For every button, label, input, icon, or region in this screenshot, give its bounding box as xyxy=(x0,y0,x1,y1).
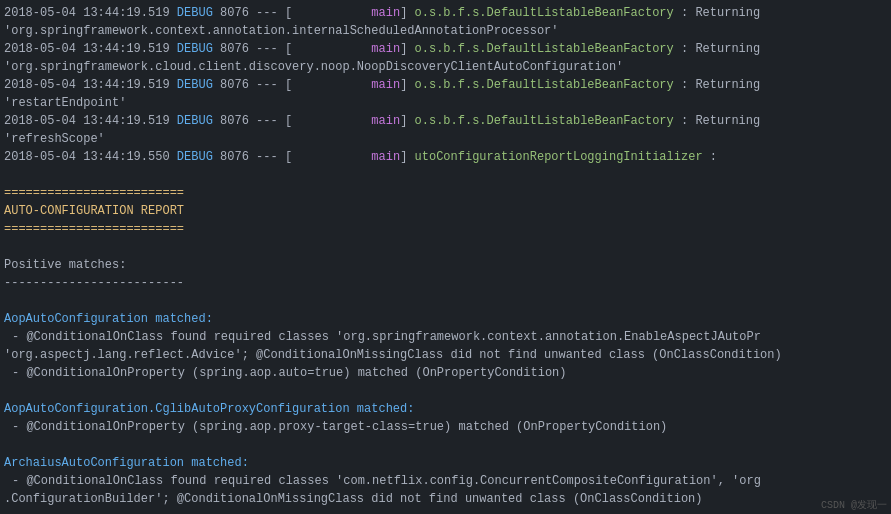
level-1: DEBUG xyxy=(177,4,213,22)
timestamp-2: 2018-05-04 13:44:19.519 xyxy=(4,40,170,58)
timestamp-1: 2018-05-04 13:44:19.519 xyxy=(4,4,170,22)
terminal: 2018-05-04 13:44:19.519 DEBUG 8076 --- [… xyxy=(0,0,891,514)
message-1: Returning xyxy=(695,4,760,22)
positive-matches-label: Positive matches: xyxy=(0,256,891,274)
empty-line-2 xyxy=(0,238,891,256)
sep-2: --- xyxy=(256,40,278,58)
config-aop: AopAutoConfiguration matched: xyxy=(0,310,891,328)
log-line-3: 2018-05-04 13:44:19.519 DEBUG 8076 --- [… xyxy=(0,76,891,94)
empty-line-3 xyxy=(0,292,891,310)
logger-5: utoConfigurationReportLoggingInitializer xyxy=(415,148,703,166)
config-cglib: AopAutoConfiguration.CglibAutoProxyConfi… xyxy=(0,400,891,418)
config-cglib-cond-1: - @ConditionalOnProperty (spring.aop.pro… xyxy=(0,418,891,436)
message-2: Returning xyxy=(695,40,760,58)
continuation-1: 'org.springframework.context.annotation.… xyxy=(0,22,891,40)
empty-line-5 xyxy=(0,436,891,454)
colon-4: : xyxy=(681,112,688,130)
config-aop-cond-3: - @ConditionalOnProperty (spring.aop.aut… xyxy=(0,364,891,382)
sep-5: --- xyxy=(256,148,278,166)
logger-3: o.s.b.f.s.DefaultListableBeanFactory xyxy=(415,76,674,94)
log-line-1: 2018-05-04 13:44:19.519 DEBUG 8076 --- [… xyxy=(0,4,891,22)
empty-line-4 xyxy=(0,382,891,400)
level-3: DEBUG xyxy=(177,76,213,94)
pid-5: 8076 xyxy=(220,148,249,166)
colon-3: : xyxy=(681,76,688,94)
pid-2: 8076 xyxy=(220,40,249,58)
logger-2: o.s.b.f.s.DefaultListableBeanFactory xyxy=(415,40,674,58)
thread-1: main xyxy=(371,4,400,22)
colon-5: : xyxy=(710,148,717,166)
continuation-4: 'refreshScope' xyxy=(0,130,891,148)
sep-4: --- xyxy=(256,112,278,130)
thread-4: main xyxy=(371,112,400,130)
watermark: CSDN @发现一 xyxy=(821,498,887,512)
level-5: DEBUG xyxy=(177,148,213,166)
continuation-2: 'org.springframework.cloud.client.discov… xyxy=(0,58,891,76)
message-3: Returning xyxy=(695,76,760,94)
section-title: AUTO-CONFIGURATION REPORT xyxy=(0,202,891,220)
continuation-3: 'restartEndpoint' xyxy=(0,94,891,112)
logger-4: o.s.b.f.s.DefaultListableBeanFactory xyxy=(415,112,674,130)
config-archaius-cond-2: .ConfigurationBuilder'; @ConditionalOnMi… xyxy=(0,490,891,508)
message-4: Returning xyxy=(695,112,760,130)
dashes-line: ------------------------- xyxy=(0,274,891,292)
section-sep-top: ========================= xyxy=(0,184,891,202)
level-2: DEBUG xyxy=(177,40,213,58)
colon-2: : xyxy=(681,40,688,58)
logger-1: o.s.b.f.s.DefaultListableBeanFactory xyxy=(415,4,674,22)
pid-4: 8076 xyxy=(220,112,249,130)
level-4: DEBUG xyxy=(177,112,213,130)
config-aop-cond-1: - @ConditionalOnClass found required cla… xyxy=(0,328,891,346)
log-line-2: 2018-05-04 13:44:19.519 DEBUG 8076 --- [… xyxy=(0,40,891,58)
section-sep-bottom: ========================= xyxy=(0,220,891,238)
config-archaius-cond-1: - @ConditionalOnClass found required cla… xyxy=(0,472,891,490)
config-archaius: ArchaiusAutoConfiguration matched: xyxy=(0,454,891,472)
thread-2: main xyxy=(371,40,400,58)
pid-1: 8076 xyxy=(220,4,249,22)
config-aop-cond-2: 'org.aspectj.lang.reflect.Advice'; @Cond… xyxy=(0,346,891,364)
pid-3: 8076 xyxy=(220,76,249,94)
colon-1: : xyxy=(681,4,688,22)
timestamp-5: 2018-05-04 13:44:19.550 xyxy=(4,148,170,166)
thread-3: main xyxy=(371,76,400,94)
sep-3: --- xyxy=(256,76,278,94)
sep-1: --- xyxy=(256,4,278,22)
timestamp-3: 2018-05-04 13:44:19.519 xyxy=(4,76,170,94)
empty-line-1 xyxy=(0,166,891,184)
timestamp-4: 2018-05-04 13:44:19.519 xyxy=(4,112,170,130)
log-line-4: 2018-05-04 13:44:19.519 DEBUG 8076 --- [… xyxy=(0,112,891,130)
thread-5: main xyxy=(371,148,400,166)
log-line-5: 2018-05-04 13:44:19.550 DEBUG 8076 --- [… xyxy=(0,148,891,166)
